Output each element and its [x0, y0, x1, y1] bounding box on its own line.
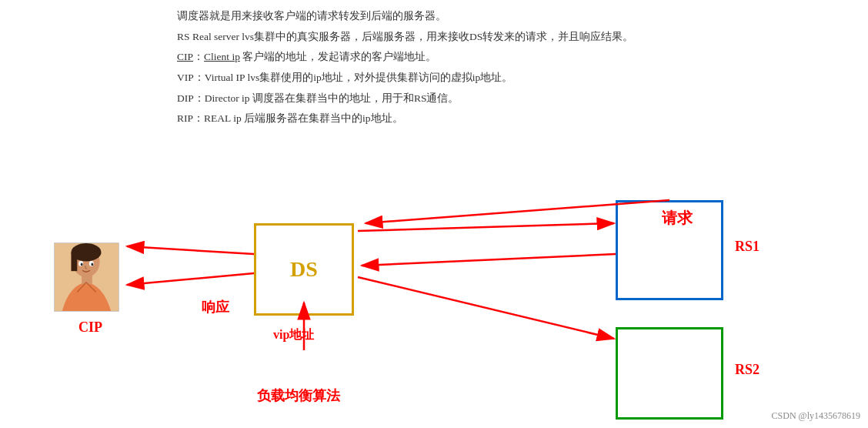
svg-point-7	[81, 262, 83, 266]
vip-label: vip地址	[273, 327, 314, 343]
response-label: 响应	[199, 296, 232, 318]
line6: RIP：REAL ip 后端服务器在集群当中的ip地址。	[177, 109, 700, 129]
line5: DIP：Director ip 调度器在集群当中的地址，用于和RS通信。	[177, 89, 700, 109]
rs2-label: RS2	[735, 362, 760, 378]
watermark: CSDN @ly1435678619	[772, 410, 860, 422]
cip-term: CIP	[177, 51, 193, 62]
ds-box: DS	[254, 223, 354, 316]
top-text-area: 调度器就是用来接收客户端的请求转发到后端的服务器。 RS Real server…	[177, 6, 700, 129]
request-label: 请求	[662, 208, 693, 229]
line4: VIP：Virtual IP lvs集群使用的ip地址，对外提供集群访问的虚拟i…	[177, 68, 700, 88]
rs2-box	[616, 327, 723, 420]
svg-rect-3	[71, 252, 77, 271]
line2: RS Real server lvs集群中的真实服务器，后端服务器，用来接收DS…	[177, 27, 700, 47]
ds-label: DS	[290, 257, 318, 282]
line3: CIP：Client ip 客户端的地址，发起请求的客户端地址。	[177, 47, 700, 67]
cip-label: CIP	[78, 319, 102, 336]
svg-point-8	[91, 262, 93, 266]
network-diagram: CIP DS vip地址 响应 负载均衡算法 请求 RS1 RS2	[0, 200, 868, 428]
client-ip-term: Client ip	[204, 51, 240, 62]
lb-label: 负载均衡算法	[254, 385, 343, 406]
line1: 调度器就是用来接收客户端的请求转发到后端的服务器。	[177, 6, 700, 26]
cip-photo	[54, 242, 119, 312]
rs1-label: RS1	[735, 239, 760, 255]
